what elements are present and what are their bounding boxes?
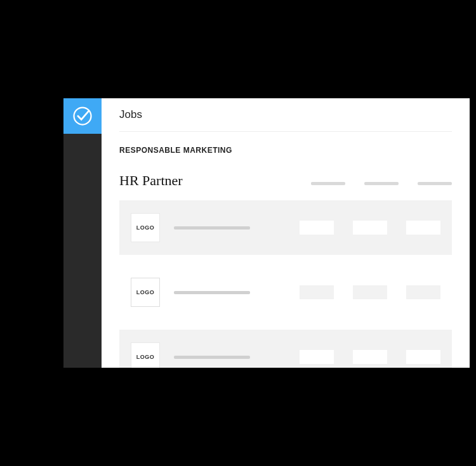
breadcrumb: RESPONSABLE MARKETING — [119, 146, 452, 155]
row-cells — [300, 350, 440, 364]
row-cells — [300, 285, 440, 299]
company-name-placeholder — [174, 291, 250, 294]
app-logo[interactable] — [63, 98, 102, 134]
column-headers — [311, 182, 452, 185]
company-logo-placeholder: LOGO — [131, 278, 160, 307]
list-row[interactable]: LOGO — [119, 330, 452, 368]
company-name-placeholder — [174, 226, 250, 230]
cell-placeholder — [300, 221, 334, 235]
company-logo-placeholder: LOGO — [131, 213, 160, 242]
list-row[interactable]: LOGO — [119, 200, 452, 255]
sidebar — [63, 98, 102, 368]
company-logo-placeholder: LOGO — [131, 342, 160, 368]
cell-placeholder — [406, 350, 440, 364]
main-content: Jobs RESPONSABLE MARKETING HR Partner LO… — [102, 98, 470, 368]
column-header-placeholder — [418, 182, 452, 185]
checkmark-circle-icon — [71, 105, 94, 127]
cell-placeholder — [406, 285, 440, 299]
divider — [119, 131, 452, 132]
page-title: Jobs — [119, 108, 452, 121]
cell-placeholder — [353, 350, 387, 364]
row-cells — [300, 221, 440, 235]
cell-placeholder — [300, 350, 334, 364]
list-row[interactable]: LOGO — [119, 265, 452, 320]
column-header-placeholder — [364, 182, 399, 185]
cell-placeholder — [353, 221, 387, 235]
company-name-placeholder — [174, 356, 250, 359]
column-header-placeholder — [311, 182, 345, 185]
cell-placeholder — [406, 221, 440, 235]
table-header: HR Partner — [119, 172, 452, 189]
svg-point-0 — [74, 108, 91, 125]
cell-placeholder — [300, 285, 334, 299]
app-window: Jobs RESPONSABLE MARKETING HR Partner LO… — [63, 98, 470, 368]
cell-placeholder — [353, 285, 387, 299]
section-title: HR Partner — [119, 172, 183, 189]
